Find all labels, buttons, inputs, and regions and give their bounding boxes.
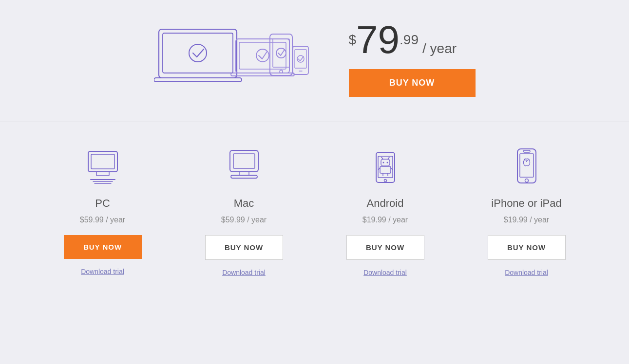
mac-buy-now-button[interactable]: BUY NOW	[205, 235, 283, 260]
svg-rect-1	[163, 33, 233, 73]
product-card-iphone: iPhone or iPad $19.99 / year BUY NOW Dow…	[456, 146, 597, 276]
product-card-android: Android $19.99 / year BUY NOW Download t…	[315, 146, 456, 276]
svg-rect-9	[273, 39, 289, 67]
android-name: Android	[367, 197, 404, 210]
pc-name: PC	[95, 197, 110, 210]
mac-download-trial-link[interactable]: Download trial	[222, 269, 266, 276]
svg-rect-28	[381, 159, 390, 166]
android-buy-now-button[interactable]: BUY NOW	[346, 235, 424, 260]
svg-point-29	[382, 162, 384, 164]
svg-point-42	[525, 179, 528, 182]
mac-icon	[227, 146, 261, 185]
mac-name: Mac	[234, 197, 254, 210]
iphone-icon	[510, 146, 544, 185]
mac-price: $59.99 / year	[221, 216, 267, 224]
price-dollar-sign: $	[349, 32, 357, 48]
hero-section: $ 79 .99 / year BUY NOW	[0, 0, 629, 122]
svg-point-30	[386, 162, 388, 164]
pc-price: $59.99 / year	[80, 216, 125, 224]
pc-buy-now-button[interactable]: BUY NOW	[64, 235, 142, 259]
svg-line-31	[381, 157, 383, 159]
android-download-trial-link[interactable]: Download trial	[363, 269, 407, 276]
hero-price: $ 79 .99 / year	[349, 20, 457, 59]
product-card-pc: PC $59.99 / year BUY NOW Download trial	[32, 146, 173, 276]
price-period: / year	[422, 41, 457, 56]
svg-rect-23	[233, 154, 255, 168]
android-icon	[368, 146, 402, 185]
svg-point-6	[256, 49, 269, 62]
svg-rect-18	[96, 172, 109, 176]
android-price: $19.99 / year	[362, 216, 408, 224]
svg-rect-0	[159, 29, 237, 78]
svg-rect-5	[239, 42, 286, 69]
svg-rect-13	[295, 50, 306, 68]
svg-rect-33	[380, 166, 391, 173]
hero-devices-illustration	[154, 19, 310, 97]
svg-rect-24	[239, 172, 249, 175]
hero-price-area: $ 79 .99 / year BUY NOW	[349, 20, 476, 97]
svg-rect-17	[91, 154, 114, 169]
product-card-mac: Mac $59.99 / year BUY NOW Download trial	[173, 146, 315, 276]
svg-rect-41	[523, 150, 530, 152]
svg-line-32	[388, 157, 389, 159]
price-main: 79	[356, 20, 400, 59]
svg-point-2	[189, 44, 207, 62]
iphone-download-trial-link[interactable]: Download trial	[505, 269, 548, 276]
svg-rect-25	[231, 175, 257, 178]
svg-rect-4	[236, 39, 289, 73]
iphone-buy-now-button[interactable]: BUY NOW	[488, 235, 566, 260]
price-cents: .99	[400, 32, 419, 48]
iphone-price: $19.99 / year	[504, 216, 549, 224]
svg-point-38	[384, 180, 386, 182]
products-section: PC $59.99 / year BUY NOW Download trial …	[0, 122, 629, 296]
pc-icon	[86, 146, 120, 185]
hero-buy-now-button[interactable]: BUY NOW	[349, 69, 476, 97]
iphone-name: iPhone or iPad	[491, 197, 561, 210]
pc-download-trial-link[interactable]: Download trial	[81, 268, 124, 275]
svg-rect-3	[154, 78, 242, 82]
